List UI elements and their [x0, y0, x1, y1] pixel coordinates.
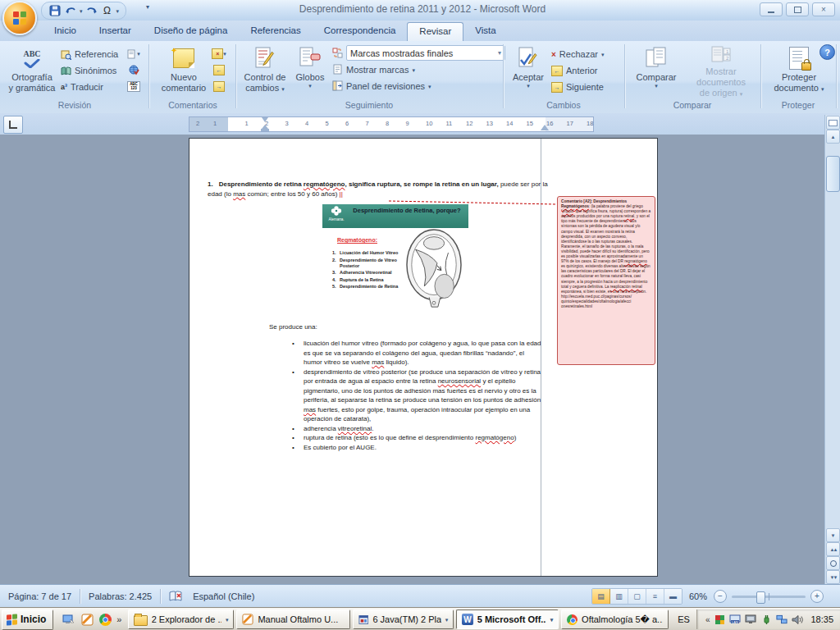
scroll-up-button[interactable]: ▲: [826, 130, 840, 144]
minimize-button[interactable]: [760, 2, 783, 16]
word-count-indicator[interactable]: Palabras: 2.425: [80, 585, 160, 608]
ruler-toggle-button[interactable]: [826, 116, 840, 130]
zoom-level[interactable]: 60%: [689, 591, 707, 601]
comment-balloon[interactable]: Comentario [A2]: Desprendimientos Regmat…: [557, 196, 655, 365]
undo-dropdown-arrow[interactable]: ▾: [80, 8, 83, 14]
translation-screentip-button[interactable]: ▾: [126, 47, 141, 61]
tray-app-icon[interactable]: [714, 614, 725, 625]
show-source-icon: 12: [710, 45, 732, 66]
research-button[interactable]: Referencia: [61, 47, 118, 62]
undo-icon[interactable]: [64, 4, 77, 17]
next-change-button[interactable]: → Siguiente: [551, 80, 604, 94]
translate-label: Traducir: [71, 82, 103, 92]
language-bar[interactable]: ES: [671, 614, 696, 624]
office-button[interactable]: [2, 1, 37, 35]
save-icon[interactable]: [48, 4, 62, 17]
tab-insertar[interactable]: Insertar: [88, 22, 143, 41]
new-comment-button[interactable]: ✦ Nuevo comentario: [158, 43, 210, 99]
scrollbar-thumb[interactable]: [826, 156, 840, 192]
chrome-icon[interactable]: [99, 614, 112, 626]
zoom-track[interactable]: [732, 596, 806, 598]
power-plug-icon[interactable]: [760, 614, 772, 625]
tab-referencias[interactable]: Referencias: [239, 22, 312, 41]
quick-launch-overflow-icon[interactable]: »: [116, 614, 121, 624]
new-comment-label-1: Nuevo: [171, 72, 197, 83]
symbol-dropdown-arrow[interactable]: ▾: [116, 8, 120, 14]
bullet-list[interactable]: •licuación del humor vítreo (formado por…: [292, 339, 543, 452]
list-number: 1.: [208, 180, 213, 188]
thesaurus-button[interactable]: Sinónimos: [61, 63, 116, 78]
zoom-out-button[interactable]: −: [714, 590, 727, 603]
full-screen-reading-view-button[interactable]: ▥: [610, 589, 628, 604]
translate-button[interactable]: a³ Traducir: [61, 80, 103, 94]
redo-icon[interactable]: [85, 4, 98, 17]
previous-page-button[interactable]: ▲▲: [826, 542, 840, 556]
taskbar-button-java[interactable]: 6 Java(TM) 2 Pla... ▾: [353, 609, 454, 629]
protect-document-button[interactable]: Proteger documento ▾: [769, 43, 829, 99]
taskbar-button-word-active[interactable]: W 5 Microsoft Off... ▾: [456, 609, 559, 629]
delete-comment-button[interactable]: ×▾: [212, 47, 226, 61]
zoom-in-button[interactable]: +: [810, 590, 824, 603]
next-comment-button[interactable]: →: [212, 80, 226, 94]
customize-qat-icon[interactable]: ▾: [146, 3, 149, 11]
clock[interactable]: 18:35: [810, 614, 833, 624]
start-button[interactable]: Inicio: [2, 609, 53, 630]
print-layout-view-button[interactable]: ▤: [592, 589, 610, 604]
tab-diseno-de-pagina[interactable]: Diseño de página: [143, 22, 240, 41]
language-indicator[interactable]: Español (Chile): [191, 585, 262, 608]
outline-view-button[interactable]: ≡: [646, 589, 664, 604]
next-page-button[interactable]: ▼▼: [826, 570, 840, 584]
previous-comment-button[interactable]: ←: [212, 63, 226, 77]
set-language-button[interactable]: [126, 63, 141, 77]
show-desktop-icon[interactable]: [62, 613, 75, 627]
network-connection-icon[interactable]: [776, 614, 788, 625]
tab-inicio[interactable]: Inicio: [43, 22, 88, 41]
show-markup-button[interactable]: Mostrar marcas▾: [346, 62, 415, 77]
tab-correspondencia[interactable]: Correspondencia: [313, 22, 408, 41]
select-browse-object-button[interactable]: [826, 556, 840, 570]
tray-collapse-icon[interactable]: «: [705, 615, 710, 624]
right-indent-marker[interactable]: [541, 125, 549, 130]
embedded-slide-image[interactable]: Alemana. Desprendimiento de Retina, porq…: [322, 204, 468, 313]
volume-icon[interactable]: [792, 614, 803, 625]
balloons-button[interactable]: Globos ▾: [290, 43, 330, 99]
taskbar-button-explorer[interactable]: 2 Explorador de ... ▾: [128, 609, 234, 629]
lan-status-icon[interactable]: LAN: [729, 614, 741, 625]
close-button[interactable]: ×: [812, 2, 835, 16]
protect-document-icon: [789, 47, 809, 70]
accept-button[interactable]: Aceptar ▾: [507, 43, 550, 99]
spelling-grammar-button[interactable]: ABC Ortografía y gramática: [3, 43, 61, 99]
vertical-scrollbar[interactable]: ▲ ▼ ▲▲ ▼▼: [824, 115, 840, 584]
compare-button[interactable]: Comparar ▾: [630, 43, 682, 99]
draft-view-button[interactable]: ▬: [664, 589, 682, 604]
proofing-status[interactable]: [161, 585, 191, 608]
zoom-thumb[interactable]: [756, 591, 765, 604]
page-indicator[interactable]: Página: 7 de 17: [0, 585, 80, 608]
first-line-indent-marker[interactable]: [262, 117, 268, 122]
tab-selector-button[interactable]: [3, 116, 23, 134]
scroll-down-button[interactable]: ▼: [826, 528, 840, 542]
display-settings-icon[interactable]: [745, 614, 756, 625]
left-indent-marker[interactable]: [261, 129, 269, 131]
document-page[interactable]: 1.Desprendimiento de retina regmatógeno,…: [189, 138, 658, 577]
close-icon: ×: [821, 6, 826, 14]
display-for-review-combo[interactable]: Marcas mostradas finales ▾: [346, 45, 505, 61]
taskbar-button-manual-oftalmo[interactable]: Manual Oftalmo U...: [236, 609, 349, 629]
taskbar-button-chrome-oftalmologia[interactable]: Oftalmología 5� a...: [561, 609, 669, 629]
restore-button[interactable]: [786, 2, 809, 16]
insert-symbol-icon[interactable]: Ω: [101, 4, 114, 17]
track-changes-button[interactable]: Control de cambios ▾: [240, 43, 290, 99]
intro-paragraph[interactable]: Se produce una:: [269, 322, 317, 332]
horizontal-ruler[interactable]: 21123456789101112131415161718: [189, 116, 594, 132]
reviewing-pane-button[interactable]: Panel de revisiones▾: [346, 79, 431, 94]
ruler-icon: [829, 120, 838, 126]
numbered-paragraph[interactable]: 1.Desprendimiento de retina regmatógeno,…: [208, 180, 550, 199]
previous-change-button[interactable]: ← Anterior: [551, 63, 598, 78]
reject-button[interactable]: × Rechazar▾: [551, 47, 604, 62]
web-layout-view-button[interactable]: ▢: [628, 589, 646, 604]
tab-revisar[interactable]: Revisar: [407, 22, 463, 41]
word-count-button[interactable]: ABC 123: [126, 80, 141, 94]
word-window: ▾ Ω ▾ ▾ Desprendimiento de retina 2011 y…: [0, 0, 840, 630]
tab-vista[interactable]: Vista: [463, 22, 507, 41]
quick-launch-app-icon[interactable]: [80, 613, 94, 627]
